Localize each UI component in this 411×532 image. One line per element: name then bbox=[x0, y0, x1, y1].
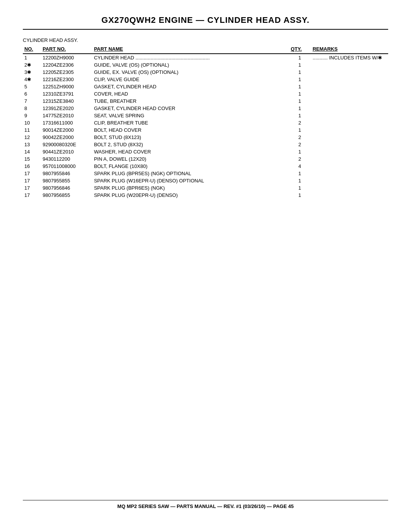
cell-no: 7 bbox=[23, 97, 41, 105]
cell-qty: 1 bbox=[289, 83, 311, 90]
cell-remarks: ........... INCLUDES ITEMS W/✱ bbox=[311, 54, 388, 61]
cell-remarks bbox=[311, 97, 388, 105]
cell-qty: 1 bbox=[289, 184, 311, 192]
cell-remarks bbox=[311, 148, 388, 155]
cell-remarks bbox=[311, 192, 388, 199]
cell-remarks bbox=[311, 177, 388, 184]
cell-qty: 1 bbox=[289, 61, 311, 69]
cell-partname: TUBE, BREATHER bbox=[92, 97, 289, 105]
table-row: 179807956846SPARK PLUG (BPR6ES) (NGK)1 bbox=[23, 184, 388, 192]
table-row: 112200ZH9000CYLINDER HEAD ..............… bbox=[23, 54, 388, 61]
table-row: 3✱12205ZE2305GUIDE, EX. VALVE (OS) (OPTI… bbox=[23, 69, 388, 76]
cell-qty: 1 bbox=[289, 76, 311, 83]
cell-partno: 12216ZE2300 bbox=[41, 76, 92, 83]
cell-partno: 12204ZE2306 bbox=[41, 61, 92, 69]
cell-partno: 9807955846 bbox=[41, 170, 92, 177]
cell-partname: CLIP, BREATHER TUBE bbox=[92, 119, 289, 126]
cell-partname: COVER, HEAD bbox=[92, 90, 289, 97]
footer: MQ MP2 SERIES SAW — PARTS MANUAL — REV. … bbox=[23, 500, 388, 509]
cell-no: 11 bbox=[23, 126, 41, 134]
cell-no: 4✱ bbox=[23, 76, 41, 83]
cell-partname: BOLT, HEAD COVER bbox=[92, 126, 289, 134]
table-row: 1490441ZE2010WASHER, HEAD COVER1 bbox=[23, 148, 388, 155]
cell-qty: 1 bbox=[289, 177, 311, 184]
cell-partname: GUIDE, VALVE (OS) (OPTIONAL) bbox=[92, 61, 289, 69]
cell-partno: 957011008000 bbox=[41, 163, 92, 170]
table-row: 179807955846SPARK PLUG (BPR5ES) (NGK) OP… bbox=[23, 170, 388, 177]
table-row: 179807955855SPARK PLUG (W16EPR-U) (DENSO… bbox=[23, 177, 388, 184]
cell-remarks bbox=[311, 170, 388, 177]
cell-no: 8 bbox=[23, 105, 41, 112]
cell-partname: SPARK PLUG (BPR6ES) (NGK) bbox=[92, 184, 289, 192]
cell-remarks bbox=[311, 76, 388, 83]
cell-partno: 9807956855 bbox=[41, 192, 92, 199]
table-row: 16957011008000BOLT, FLANGE (10X80)4 bbox=[23, 163, 388, 170]
table-row: 612310ZE3791COVER, HEAD1 bbox=[23, 90, 388, 97]
cell-partno: 9807955855 bbox=[41, 177, 92, 184]
cell-partno: 12310ZE3791 bbox=[41, 90, 92, 97]
cell-qty: 1 bbox=[289, 126, 311, 134]
cell-qty: 1 bbox=[289, 97, 311, 105]
cell-no: 9 bbox=[23, 112, 41, 119]
cell-remarks bbox=[311, 184, 388, 192]
cell-no: 12 bbox=[23, 134, 41, 141]
cell-no: 15 bbox=[23, 155, 41, 163]
table-row: 4✱12216ZE2300CLIP, VALVE GUIDE1 bbox=[23, 76, 388, 83]
cell-partno: 90042ZE2000 bbox=[41, 134, 92, 141]
cell-no: 1 bbox=[23, 54, 41, 61]
cell-partno: 12200ZH9000 bbox=[41, 54, 92, 61]
cell-partno: 9807956846 bbox=[41, 184, 92, 192]
table-row: 1017316611000CLIP, BREATHER TUBE2 bbox=[23, 119, 388, 126]
cell-qty: 2 bbox=[289, 134, 311, 141]
cell-remarks bbox=[311, 61, 388, 69]
table-row: 914775ZE2010SEAT, VALVE SPRING1 bbox=[23, 112, 388, 119]
cell-no: 17 bbox=[23, 192, 41, 199]
cell-qty: 2 bbox=[289, 141, 311, 148]
cell-remarks bbox=[311, 69, 388, 76]
cell-partno: 17316611000 bbox=[41, 119, 92, 126]
cell-partno: 12315ZE3840 bbox=[41, 97, 92, 105]
col-header-partname: PART NAME bbox=[92, 45, 289, 54]
cell-qty: 2 bbox=[289, 155, 311, 163]
cell-remarks bbox=[311, 134, 388, 141]
cell-remarks bbox=[311, 90, 388, 97]
cell-partname: BOLT, STUD (8X123) bbox=[92, 134, 289, 141]
cell-no: 17 bbox=[23, 177, 41, 184]
section-label: CYLINDER HEAD ASSY. bbox=[23, 37, 388, 43]
cell-remarks bbox=[311, 141, 388, 148]
cell-partno: 90014ZE2000 bbox=[41, 126, 92, 134]
cell-partname: BOLT 2, STUD (8X32) bbox=[92, 141, 289, 148]
cell-no: 6 bbox=[23, 90, 41, 97]
cell-partno: 12251ZH9000 bbox=[41, 83, 92, 90]
cell-no: 13 bbox=[23, 141, 41, 148]
cell-partno: 92900080320E bbox=[41, 141, 92, 148]
cell-no: 2✱ bbox=[23, 61, 41, 69]
col-header-no: NO. bbox=[23, 45, 41, 54]
cell-partname: CYLINDER HEAD ..........................… bbox=[92, 54, 289, 61]
cell-remarks bbox=[311, 155, 388, 163]
cell-qty: 1 bbox=[289, 192, 311, 199]
cell-partname: GUIDE, EX. VALVE (OS) (OPTIONAL) bbox=[92, 69, 289, 76]
cell-remarks bbox=[311, 105, 388, 112]
cell-qty: 1 bbox=[289, 105, 311, 112]
cell-partno: 90441ZE2010 bbox=[41, 148, 92, 155]
cell-no: 3✱ bbox=[23, 69, 41, 76]
col-header-remarks: REMARKS bbox=[311, 45, 388, 54]
cell-qty: 2 bbox=[289, 119, 311, 126]
table-row: 1290042ZE2000BOLT, STUD (8X123)2 bbox=[23, 134, 388, 141]
cell-partname: PIN A, DOWEL (12X20) bbox=[92, 155, 289, 163]
table-row: 712315ZE3840TUBE, BREATHER1 bbox=[23, 97, 388, 105]
cell-no: 16 bbox=[23, 163, 41, 170]
cell-partname: SPARK PLUG (BPR5ES) (NGK) OPTIONAL bbox=[92, 170, 289, 177]
cell-qty: 1 bbox=[289, 54, 311, 61]
cell-no: 10 bbox=[23, 119, 41, 126]
table-row: 159430112200PIN A, DOWEL (12X20)2 bbox=[23, 155, 388, 163]
table-row: 812391ZE2020GASKET, CYLINDER HEAD COVER1 bbox=[23, 105, 388, 112]
cell-partname: SPARK PLUG (W20EPR-U) (DENSO) bbox=[92, 192, 289, 199]
cell-partname: SEAT, VALVE SPRING bbox=[92, 112, 289, 119]
cell-qty: 1 bbox=[289, 112, 311, 119]
col-header-qty: QTY. bbox=[289, 45, 311, 54]
parts-table: NO. PART NO. PART NAME QTY. REMARKS 1122… bbox=[23, 45, 388, 199]
cell-partno: 12391ZE2020 bbox=[41, 105, 92, 112]
cell-partname: GASKET, CYLINDER HEAD bbox=[92, 83, 289, 90]
